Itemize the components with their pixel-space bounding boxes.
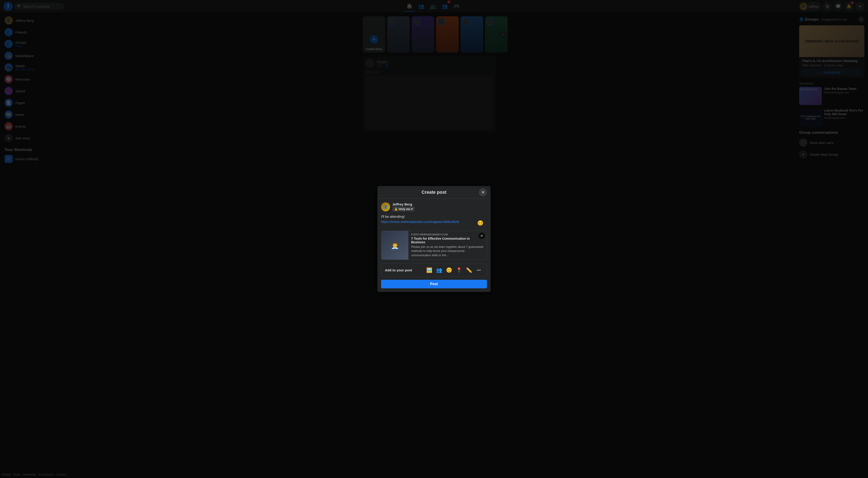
feeling-btn[interactable]: 😊: [445, 266, 453, 275]
privacy-btn[interactable]: 🔒 Only me ▾: [392, 206, 414, 212]
post-user-name: Jeffrey Berg: [392, 202, 414, 206]
modal-title: Create post: [422, 190, 446, 195]
modal-header: Create post ✕: [377, 186, 491, 199]
tag-people-btn[interactable]: 👥: [435, 266, 443, 275]
link-preview-domain: EVENT.WEBINARJAMDEV.COM: [411, 233, 484, 236]
add-icons-row: 🖼️ 👥 😊 📍 ✏️ •••: [425, 266, 483, 275]
modal-close-btn[interactable]: ✕: [479, 188, 487, 196]
create-post-modal: Create post ✕ 👤 Jeffrey Berg 🔒 Only me ▾: [377, 186, 491, 292]
privacy-label: Only me: [399, 207, 410, 211]
more-options-btn[interactable]: •••: [474, 266, 483, 275]
add-to-post-label: Add to your post: [385, 268, 412, 272]
modal-body: 👤 Jeffrey Berg 🔒 Only me ▾ I'll be atten…: [377, 199, 491, 292]
post-text-display: I'll be attending! https://event.webinar…: [381, 214, 487, 224]
lock-icon: 🔒: [394, 207, 398, 211]
link-preview-title: 7 Tools for Effective Communication in B…: [411, 237, 484, 244]
add-to-post-row: Add to your post 🖼️ 👥 😊 📍 ✏️ •••: [381, 263, 487, 277]
location-btn[interactable]: 📍: [455, 266, 463, 275]
link-preview-card: 👨‍💼 EVENT.WEBINARJAMDEV.COM 7 Tools for …: [381, 231, 487, 260]
post-text-area-wrap: I'll be attending! https://event.webinar…: [381, 214, 487, 228]
photo-video-btn[interactable]: 🖼️: [425, 266, 433, 275]
link-preview-description: Please join us as we learn together abou…: [411, 245, 484, 257]
chevron-down-icon: ▾: [411, 207, 413, 211]
gif-btn[interactable]: ✏️: [465, 266, 473, 275]
modal-overlay[interactable]: Create post ✕ 👤 Jeffrey Berg 🔒 Only me ▾: [0, 0, 868, 478]
modal-user-row: 👤 Jeffrey Berg 🔒 Only me ▾: [381, 202, 487, 212]
post-link: https://event.webinarjamdev.com/register…: [381, 220, 459, 224]
post-submit-btn[interactable]: Post: [381, 280, 487, 288]
emoji-btn[interactable]: 😊: [477, 220, 483, 226]
post-user-avatar: 👤: [381, 202, 390, 212]
link-preview-image: 👨‍💼: [381, 231, 408, 260]
